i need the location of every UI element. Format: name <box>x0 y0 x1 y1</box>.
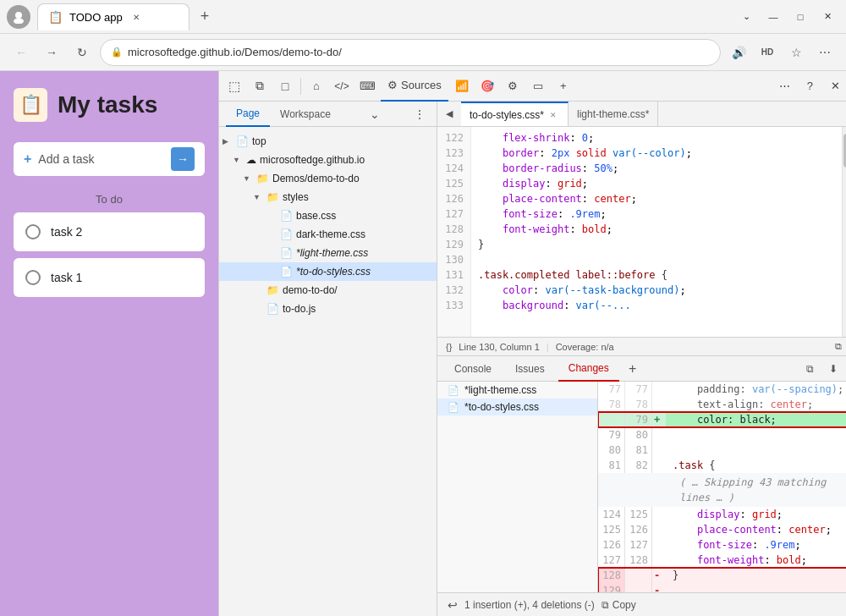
copy-button[interactable]: ⧉ Copy <box>602 599 636 611</box>
diff-line-125: 125 126 place-content: center; <box>598 522 846 537</box>
minimize-button[interactable]: — <box>761 5 785 29</box>
code-line-123: border: 2px solid var(--color); <box>478 146 842 161</box>
new-tab-button[interactable]: + <box>193 5 217 29</box>
tree-item-todo-styles[interactable]: 📄 *to-do-styles.css <box>219 262 437 281</box>
read-aloud-button[interactable]: 🔊 <box>726 40 751 65</box>
todo-app-icon: 📋 <box>14 88 47 122</box>
devtools-network-button[interactable]: 📶 <box>450 74 474 98</box>
add-task-button[interactable]: → <box>171 147 195 171</box>
code-tab-close-todo[interactable]: ✕ <box>547 109 559 121</box>
chevron-down-button[interactable]: ⌄ <box>734 5 758 29</box>
file-tab-page[interactable]: Page <box>226 102 270 127</box>
url-text: microsoftedge.github.io/Demos/demo-to-do… <box>128 46 342 58</box>
file-icon-light: 📄 <box>280 247 293 259</box>
back-button[interactable]: ← <box>8 40 34 65</box>
main-area: 📋 My tasks + Add a task → To do task 2 t… <box>0 71 846 616</box>
copy-icon: ⧉ <box>602 599 609 611</box>
changed-file-label-todo: *to-do-styles.css <box>464 401 539 413</box>
devtools-inspect-button[interactable]: ⬚ <box>222 74 246 98</box>
changed-file-todo[interactable]: 📄 *to-do-styles.css <box>437 399 597 415</box>
diff-lines-container: 77 77 padding: var(--spacing); 78 78 <box>598 382 846 592</box>
tree-item-light-theme[interactable]: 📄 *light-theme.css <box>219 244 437 262</box>
code-tab-light-theme[interactable]: light-theme.css* <box>569 102 658 127</box>
file-icon-js: 📄 <box>266 303 279 315</box>
more-button[interactable]: ⋯ <box>812 40 838 65</box>
diff-line-77: 77 77 padding: var(--spacing); <box>598 382 846 397</box>
url-bar[interactable]: 🔒 microsoftedge.github.io/Demos/demo-to-… <box>100 39 721 66</box>
devtools-console-button[interactable]: ⌨ <box>355 74 379 98</box>
devtools-add-panel-button[interactable]: + <box>552 74 575 98</box>
diff-line-81: 80 81 <box>598 443 846 458</box>
address-bar: ← → ↻ 🔒 microsoftedge.github.io/Demos/de… <box>0 34 846 71</box>
devtools-home-button[interactable]: ⌂ <box>305 74 328 98</box>
devtools-elements-button[interactable]: </> <box>330 74 354 98</box>
add-task-bar[interactable]: + Add a task → <box>14 142 205 176</box>
undo-icon[interactable]: ↩ <box>448 598 458 612</box>
tab-close-button[interactable]: ✕ <box>129 10 143 24</box>
task-item-1[interactable]: task 1 <box>14 258 205 297</box>
copy-label: Copy <box>613 599 636 611</box>
refresh-button[interactable]: ↻ <box>69 40 95 65</box>
file-tab-dropdown[interactable]: ⌄ <box>365 104 385 124</box>
diff-line-124: 124 125 display: grid; <box>598 507 846 522</box>
devtools-settings-gear-button[interactable]: ⚙ <box>501 74 525 98</box>
file-icon-todo-changed: 📄 <box>448 402 459 413</box>
bottom-tab-changes[interactable]: Changes <box>558 356 619 382</box>
code-line-129: } <box>478 237 842 252</box>
tree-label-dark: dark-theme.css <box>296 228 365 240</box>
code-tab-todo-styles[interactable]: to-do-styles.css* ✕ <box>461 102 569 127</box>
line-numbers: 122123124125 126127128129 130131132133 <box>437 127 471 337</box>
file-tab-more[interactable]: ⋮ <box>409 104 430 124</box>
devtools-device-button[interactable]: ⧉ <box>248 74 272 98</box>
bottom-tab-console[interactable]: Console <box>444 356 502 382</box>
collapse-tab-button[interactable]: ◀ <box>439 104 459 124</box>
code-content[interactable]: 122123124125 126127128129 130131132133 f… <box>437 127 846 337</box>
code-scrollbar[interactable] <box>842 127 846 337</box>
devtools-perf-button[interactable]: 🎯 <box>475 74 499 98</box>
status-coverage: Coverage: n/a <box>556 342 614 352</box>
tree-item-base-css[interactable]: 📄 base.css <box>219 206 437 225</box>
tree-item-edge[interactable]: ▼ ☁ microsoftedge.github.io <box>219 151 437 169</box>
task-checkbox-1[interactable] <box>25 270 41 285</box>
diff-view[interactable]: 77 77 padding: var(--spacing); 78 78 <box>598 382 846 592</box>
close-button[interactable]: ✕ <box>816 5 839 29</box>
move-panel-button[interactable]: ⬇ <box>823 359 843 379</box>
hd-button[interactable]: HD <box>755 40 780 65</box>
file-tab-workspace[interactable]: Workspace <box>270 102 341 127</box>
bottom-tab-issues[interactable]: Issues <box>505 356 555 382</box>
tree-item-top[interactable]: ▶ 📄 top <box>219 132 437 151</box>
diff-removed-block: 128 - } 129 - <box>598 568 846 592</box>
favorites-button[interactable]: ☆ <box>783 40 809 65</box>
bottom-tabs: Console Issues Changes + ⧉ ⬇ <box>437 356 846 382</box>
tree-label-edge: microsoftedge.github.io <box>260 154 365 166</box>
tab-todo-app[interactable]: 📋 TODO app ✕ <box>37 3 190 30</box>
tree-item-todo-js[interactable]: 📄 to-do.js <box>219 300 437 318</box>
tree-item-demos[interactable]: ▼ 📁 Demos/demo-to-do <box>219 169 437 188</box>
file-panel-tabs: Page Workspace ⌄ ⋮ <box>219 102 437 127</box>
devtools-help-button[interactable]: ? <box>798 74 821 98</box>
folder-icon-demos: 📁 <box>256 173 269 184</box>
devtools-dock-button[interactable]: □ <box>273 74 297 98</box>
tree-item-styles[interactable]: ▼ 📁 styles <box>219 188 437 206</box>
devtools-overflow-button[interactable]: ⋯ <box>772 74 796 98</box>
forward-button[interactable]: → <box>39 40 64 65</box>
tree-label-todo: *to-do-styles.css <box>296 266 371 278</box>
devtools-close-button[interactable]: ✕ <box>823 74 846 98</box>
task-checkbox-2[interactable] <box>25 224 41 239</box>
devtools-sources-tab[interactable]: ⚙ Sources <box>381 71 448 102</box>
maximize-button[interactable]: □ <box>788 5 812 29</box>
tree-item-dark-theme[interactable]: 📄 dark-theme.css <box>219 225 437 244</box>
code-line-132: color: var(--task-background); <box>478 283 842 298</box>
diff-line-78: 78 78 text-align: center; <box>598 397 846 412</box>
changes-body: 📄 *light-theme.css 📄 *to-do-styles.css <box>437 382 846 592</box>
tree-item-demo-dir[interactable]: 📁 demo-to-do/ <box>219 281 437 300</box>
devtools-body: Page Workspace ⌄ ⋮ ▶ 📄 top ▼ ☁ <box>219 102 846 616</box>
changed-file-light[interactable]: 📄 *light-theme.css <box>437 382 597 399</box>
task-item-2[interactable]: task 2 <box>14 212 205 251</box>
devtools-storage-button[interactable]: ▭ <box>526 74 550 98</box>
folder-icon-top: 📄 <box>236 135 249 147</box>
tree-label-demos: Demos/demo-to-do <box>272 173 360 184</box>
status-right-icon[interactable]: ⧉ <box>835 341 842 352</box>
expand-panel-button[interactable]: ⧉ <box>799 359 820 379</box>
bottom-tab-add-button[interactable]: + <box>623 359 643 379</box>
